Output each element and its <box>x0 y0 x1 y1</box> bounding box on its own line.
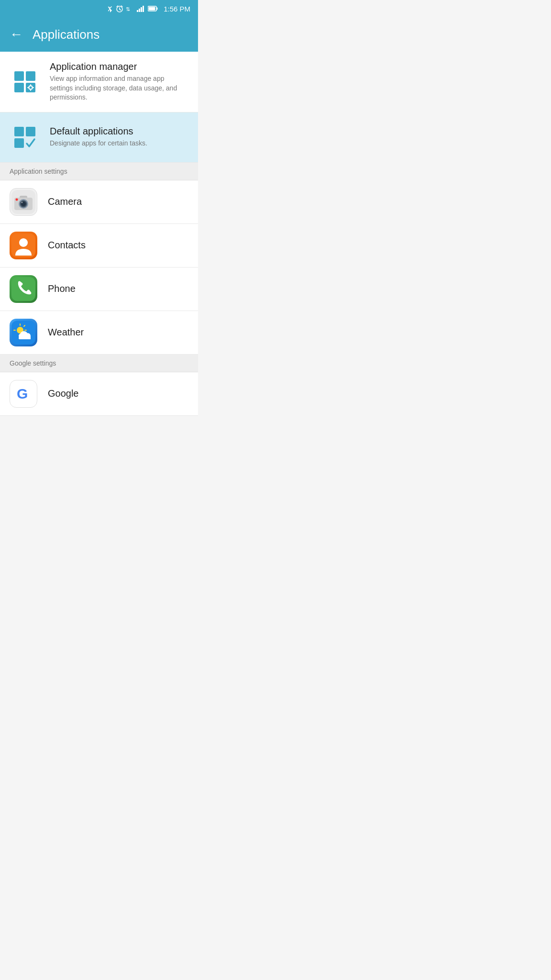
phone-app-icon <box>10 275 37 303</box>
svg-rect-44 <box>19 337 23 339</box>
camera-app-name: Camera <box>48 196 82 207</box>
application-manager-icon <box>10 67 40 97</box>
default-applications-title: Default applications <box>50 126 188 137</box>
svg-rect-15 <box>30 84 31 86</box>
svg-rect-4 <box>141 7 142 12</box>
svg-rect-2 <box>137 10 138 12</box>
bluetooth-icon <box>107 5 113 12</box>
svg-text:⇅: ⇅ <box>126 6 130 12</box>
app-item-google[interactable]: G Google <box>0 372 198 416</box>
contacts-app-name: Contacts <box>48 240 86 251</box>
section-header-google-settings: Google settings <box>0 355 198 372</box>
svg-line-37 <box>24 325 25 326</box>
alarm-icon <box>116 5 123 12</box>
app-item-contacts[interactable]: Contacts <box>0 224 198 267</box>
svg-point-32 <box>19 238 28 247</box>
section-header-application-settings: Application settings <box>0 163 198 180</box>
svg-rect-21 <box>14 138 24 148</box>
camera-app-icon <box>10 188 37 216</box>
default-applications-subtitle: Designate apps for certain tasks. <box>50 139 188 148</box>
google-section-header-label: Google settings <box>10 359 56 367</box>
app-item-phone[interactable]: Phone <box>0 267 198 311</box>
svg-point-29 <box>22 201 23 203</box>
signal-bars-icon <box>137 5 145 12</box>
application-manager-text: Application manager View app information… <box>50 61 188 102</box>
weather-app-icon <box>10 319 37 346</box>
back-button[interactable]: ← <box>10 28 23 41</box>
svg-rect-9 <box>14 71 24 81</box>
svg-rect-17 <box>27 87 29 88</box>
svg-rect-18 <box>33 87 34 88</box>
svg-rect-5 <box>143 6 144 12</box>
app-bar: ← Applications <box>0 17 198 52</box>
svg-rect-16 <box>30 89 31 91</box>
svg-rect-3 <box>139 9 140 12</box>
svg-text:G: G <box>17 386 28 401</box>
data-signal-icon: ⇅ <box>126 5 134 12</box>
app-item-weather[interactable]: Weather <box>0 311 198 355</box>
content: Application manager View app information… <box>0 52 198 607</box>
svg-rect-7 <box>157 8 158 10</box>
default-applications-text: Default applications Designate apps for … <box>50 126 188 148</box>
menu-item-application-manager[interactable]: Application manager View app information… <box>0 52 198 112</box>
weather-app-name: Weather <box>48 327 84 338</box>
default-applications-icon <box>10 122 40 153</box>
page-title: Applications <box>33 27 99 42</box>
svg-rect-19 <box>14 127 24 136</box>
svg-rect-20 <box>26 127 35 136</box>
bottom-space <box>0 416 198 607</box>
phone-app-name: Phone <box>48 283 76 294</box>
svg-point-30 <box>16 198 18 200</box>
section-header-label: Application settings <box>10 167 67 175</box>
status-bar: ⇅ 1:56 PM <box>0 0 198 17</box>
contacts-app-icon <box>10 232 37 259</box>
battery-icon <box>148 6 158 11</box>
svg-rect-11 <box>14 83 24 92</box>
application-manager-subtitle: View app information and manage app sett… <box>50 74 188 102</box>
status-time: 1:56 PM <box>164 5 190 13</box>
svg-rect-33 <box>11 277 35 301</box>
menu-item-default-applications[interactable]: Default applications Designate apps for … <box>0 112 198 163</box>
google-app-icon: G <box>10 380 37 408</box>
svg-rect-8 <box>149 7 155 11</box>
status-icons: ⇅ 1:56 PM <box>107 5 190 13</box>
google-app-name: Google <box>48 388 79 399</box>
application-manager-title: Application manager <box>50 61 188 72</box>
app-item-camera[interactable]: Camera <box>0 180 198 224</box>
svg-point-14 <box>30 86 32 89</box>
svg-rect-10 <box>26 71 35 81</box>
